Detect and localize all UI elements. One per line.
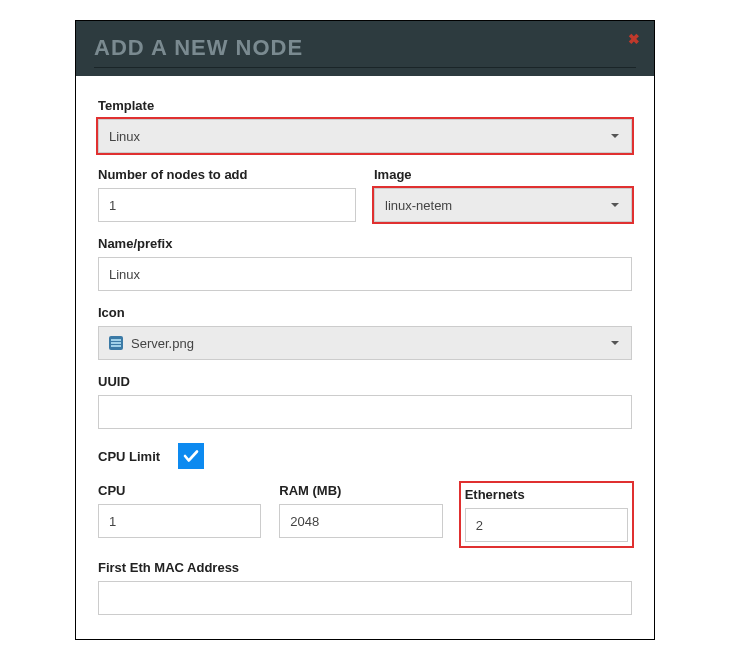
image-field: Image linux-netem	[374, 167, 632, 222]
template-value: Linux	[109, 129, 140, 144]
first-mac-input-wrap	[98, 581, 632, 615]
cpu-field: CPU	[98, 483, 261, 546]
cpu-limit-checkbox[interactable]	[178, 443, 204, 469]
icon-value: Server.png	[131, 336, 194, 351]
image-select[interactable]: linux-netem	[374, 188, 632, 222]
name-prefix-input[interactable]	[109, 258, 621, 290]
uuid-input[interactable]	[109, 396, 621, 428]
uuid-input-wrap	[98, 395, 632, 429]
icon-field: Icon Server.png	[98, 305, 632, 360]
cpu-limit-field: CPU Limit	[98, 443, 632, 469]
chevron-down-icon	[611, 203, 619, 207]
ethernets-field: Ethernets	[461, 483, 632, 546]
num-nodes-input-wrap	[98, 188, 356, 222]
uuid-label: UUID	[98, 374, 632, 389]
num-nodes-input[interactable]	[109, 189, 345, 221]
ram-label: RAM (MB)	[279, 483, 442, 498]
ram-input-wrap	[279, 504, 442, 538]
num-nodes-field: Number of nodes to add	[98, 167, 356, 222]
ethernets-input[interactable]	[476, 509, 617, 541]
ethernets-input-wrap	[465, 508, 628, 542]
name-prefix-field: Name/prefix	[98, 236, 632, 291]
server-icon	[109, 336, 123, 350]
dialog-body: Template Linux Number of nodes to add Im…	[76, 76, 654, 639]
image-value: linux-netem	[385, 198, 452, 213]
chevron-down-icon	[611, 134, 619, 138]
dialog-title: ADD A NEW NODE	[94, 35, 636, 68]
cpu-limit-label: CPU Limit	[98, 449, 160, 464]
dialog-header: ADD A NEW NODE ✖	[76, 21, 654, 76]
template-field: Template Linux	[98, 98, 632, 153]
cpu-label: CPU	[98, 483, 261, 498]
name-prefix-label: Name/prefix	[98, 236, 632, 251]
template-select[interactable]: Linux	[98, 119, 632, 153]
uuid-field: UUID	[98, 374, 632, 429]
check-icon	[182, 447, 200, 465]
ram-input[interactable]	[290, 505, 431, 537]
close-icon[interactable]: ✖	[628, 31, 640, 47]
first-mac-field: First Eth MAC Address	[98, 560, 632, 615]
num-nodes-label: Number of nodes to add	[98, 167, 356, 182]
icon-select[interactable]: Server.png	[98, 326, 632, 360]
image-label: Image	[374, 167, 632, 182]
add-node-dialog: ADD A NEW NODE ✖ Template Linux Number o…	[75, 20, 655, 640]
chevron-down-icon	[611, 341, 619, 345]
first-mac-input[interactable]	[109, 582, 621, 614]
ram-field: RAM (MB)	[279, 483, 442, 546]
name-prefix-input-wrap	[98, 257, 632, 291]
cpu-input-wrap	[98, 504, 261, 538]
icon-label: Icon	[98, 305, 632, 320]
first-mac-label: First Eth MAC Address	[98, 560, 632, 575]
cpu-input[interactable]	[109, 505, 250, 537]
ethernets-label: Ethernets	[465, 487, 628, 502]
template-label: Template	[98, 98, 632, 113]
